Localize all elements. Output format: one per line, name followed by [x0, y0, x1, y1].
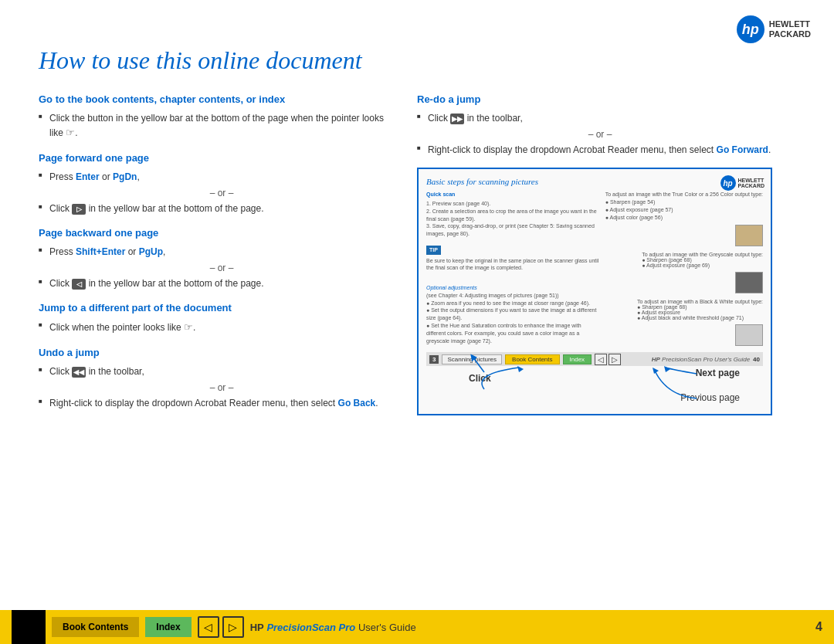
redo-icon: ▶▶: [450, 114, 464, 124]
preview-hp-logo: hp: [720, 175, 736, 191]
list-item: Click the button in the yellow bar at th…: [39, 111, 394, 141]
click-label: Click: [469, 372, 491, 384]
optional-label: Optional adjustments: [426, 284, 599, 292]
preview-right-text-3: To adjust an image with a Black & White …: [637, 299, 763, 320]
preview-fwd-arrow[interactable]: ▷: [609, 354, 621, 365]
hp-company-name: HEWLETT PACKARD: [769, 19, 811, 39]
preview-right-text: To adjust an image with the True Color o…: [605, 191, 763, 221]
forward-arrow-icon: ▷: [72, 204, 86, 215]
list-item: Right-click to display the dropdown Acro…: [39, 396, 394, 410]
list-item: Click ◀◀ in the toolbar,: [39, 364, 394, 378]
list-item: Press Enter or PgDn,: [39, 170, 394, 184]
tip-label: TIP: [426, 246, 441, 255]
hand-pointer-icon: ☞: [66, 125, 75, 141]
preview-tab-index[interactable]: Index: [563, 354, 592, 364]
nav-prev-arrow[interactable]: ◁: [198, 616, 219, 638]
or-divider: – or –: [39, 381, 394, 395]
nav-black-box: [12, 610, 46, 644]
preview-inner-title: Basic steps for scanning pictures: [426, 177, 763, 186]
preview-image-3: [735, 324, 763, 346]
section-title-backward: Page backward one page: [39, 226, 394, 240]
preview-box: hp HEWLETTPACKARD Basic steps for scanni…: [417, 168, 772, 415]
content-area: Go to the book contents, chapter content…: [39, 93, 811, 421]
preview-content: Quick scan 1. Preview scan (page 40). 2.…: [426, 191, 763, 346]
svg-marker-1: [664, 366, 670, 372]
go-back-link[interactable]: Go Back: [338, 398, 376, 408]
previous-page-label: Previous page: [680, 392, 740, 403]
section-title-redo: Re-do a jump: [417, 93, 772, 107]
or-divider: – or –: [417, 127, 772, 141]
svg-marker-2: [653, 368, 659, 374]
preview-page-num: 3: [429, 355, 439, 364]
nav-page-number: 4: [815, 620, 822, 634]
preview-page-number: 40: [753, 356, 760, 363]
preview-left-text: Quick scan 1. Preview scan (page 40). 2.…: [426, 191, 599, 346]
preview-hp-name: HEWLETTPACKARD: [738, 178, 764, 188]
index-button[interactable]: Index: [145, 617, 191, 637]
preview-tab-book[interactable]: Book Contents: [505, 354, 559, 364]
section-title-goto: Go to the book contents, chapter content…: [39, 93, 394, 107]
page-title: How to use this online document: [39, 46, 362, 75]
section-content-redo: Click ▶▶ in the toolbar, – or – Right-cl…: [417, 111, 772, 157]
section-title-forward: Page forward one page: [39, 151, 394, 165]
or-divider: – or –: [39, 261, 394, 275]
right-column: Re-do a jump Click ▶▶ in the toolbar, – …: [417, 93, 772, 421]
preview-right-area: To adjust an image with the True Color o…: [605, 191, 763, 346]
preview-back-arrow[interactable]: ◁: [595, 354, 607, 365]
section-content-backward: Press Shift+Enter or PgUp, – or – Click …: [39, 245, 394, 290]
key-enter: Enter: [76, 171, 100, 182]
preview-nav-arrows: ◁ ▷: [595, 354, 621, 365]
nav-hp-label: HP PrecisionScan Pro User's Guide: [250, 622, 416, 633]
preview-images-mid: [735, 272, 763, 293]
preview-image-1: [735, 225, 763, 246]
book-contents-button[interactable]: Book Contents: [52, 617, 139, 637]
or-divider: – or –: [39, 186, 394, 200]
left-column: Go to the book contents, chapter content…: [39, 93, 394, 421]
hp-logo: hp HEWLETT PACKARD: [737, 15, 811, 43]
bottom-nav-bar: Book Contents Index ◁ ▷ HP PrecisionScan…: [0, 610, 834, 644]
list-item: Right-click to display the dropdown Acro…: [417, 143, 772, 157]
backward-arrow-icon: ◁: [72, 279, 86, 290]
hand-pointer-icon-2: ☞: [184, 320, 193, 335]
go-forward-link[interactable]: Go Forward: [717, 144, 768, 155]
list-item: Click ▷ in the yellow bar at the bottom …: [39, 202, 394, 215]
list-item: Click when the pointer looks like ☞.: [39, 320, 394, 335]
section-title-undo: Undo a jump: [39, 346, 394, 360]
key-pgdn: PgDn: [113, 171, 137, 182]
preview-hp-product: HP PrecisionScan Pro User's Guide: [652, 356, 750, 363]
section-title-jump: Jump to a different part of the document: [39, 301, 394, 315]
hp-symbol: hp: [737, 15, 764, 43]
quick-scan-label: Quick scan: [426, 191, 599, 198]
key-pgup: PgUp: [139, 246, 163, 257]
list-item: Press Shift+Enter or PgUp,: [39, 245, 394, 259]
list-item: Click ◁ in the yellow bar at the bottom …: [39, 276, 394, 290]
undo-icon: ◀◀: [72, 367, 86, 378]
preview-images-top: [735, 225, 763, 246]
nav-next-arrow[interactable]: ▷: [222, 616, 244, 638]
section-content-forward: Press Enter or PgDn, – or – Click ▷ in t…: [39, 170, 394, 215]
key-shiftenter: Shift+Enter: [76, 246, 125, 257]
list-item: Click ▶▶ in the toolbar,: [417, 111, 772, 125]
preview-image-2: [735, 272, 763, 293]
click-arrow-svg: [461, 353, 507, 376]
section-content-goto: Click the button in the yellow bar at th…: [39, 111, 394, 141]
next-page-label: Next page: [696, 368, 740, 378]
section-content-jump: Click when the pointer looks like ☞.: [39, 320, 394, 335]
preview-annotations: Click Next page Previous page: [426, 366, 763, 406]
section-content-undo: Click ◀◀ in the toolbar, – or – Right-cl…: [39, 364, 394, 410]
optional-section: Optional adjustments (see Chapter 4: Adj…: [426, 284, 599, 344]
tip-content: Be sure to keep the original in the same…: [426, 257, 599, 273]
svg-marker-0: [517, 366, 524, 372]
nav-arrows-group: ◁ ▷: [198, 616, 244, 638]
preview-right-text-2: To adjust an image with the Greyscale ou…: [642, 252, 763, 268]
preview-images-bot: [735, 324, 763, 346]
